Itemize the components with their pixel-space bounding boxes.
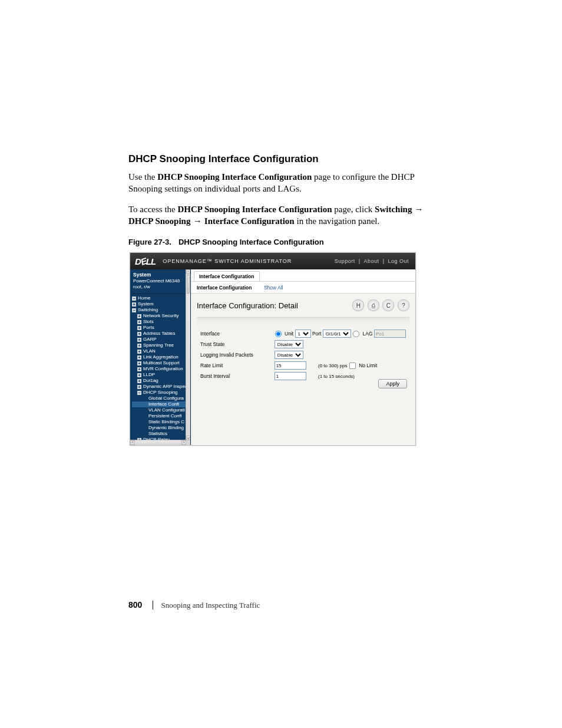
nav-item[interactable]: Persistent Confi: [132, 413, 190, 419]
nav-item-label: Ports: [143, 325, 154, 330]
show-all-link[interactable]: Show All: [264, 285, 283, 291]
paragraph-2: To access the DHCP Snooping Interface Co…: [128, 203, 434, 228]
radio-lag[interactable]: LAG: [352, 331, 372, 337]
nav-item-label: Dynamic Binding: [148, 425, 184, 430]
save-icon[interactable]: H: [352, 299, 364, 311]
nav-item-label: Link Aggregation: [143, 354, 178, 360]
nav-sidebar[interactable]: System PowerConnect M6348 root, r/w −Hom…: [130, 269, 191, 445]
expand-icon[interactable]: +: [137, 326, 141, 330]
expand-icon[interactable]: +: [137, 379, 141, 383]
burst-input[interactable]: [275, 372, 306, 380]
nav-item-label: Global Configura: [148, 396, 184, 401]
nav-item[interactable]: −Switching: [132, 307, 190, 313]
nav-item[interactable]: +Address Tables: [132, 331, 190, 337]
breadcrumb-tab[interactable]: Interface Configuration: [194, 271, 260, 281]
expand-icon[interactable]: +: [137, 314, 141, 318]
nav-item[interactable]: Static Bindings C: [132, 419, 190, 425]
expand-icon[interactable]: +: [137, 385, 141, 389]
sidebar-hscroll[interactable]: < >: [130, 440, 186, 445]
nav-item[interactable]: +Dot1ag: [132, 378, 190, 384]
apply-button[interactable]: Apply: [378, 379, 407, 388]
collapse-icon[interactable]: −: [132, 297, 136, 301]
nav-item[interactable]: +Slots: [132, 319, 190, 325]
dell-logo: DELL: [135, 256, 156, 266]
expand-icon[interactable]: +: [137, 320, 141, 324]
port-select[interactable]: Gi1/0/1: [323, 330, 351, 338]
link-logout[interactable]: Log Out: [386, 258, 411, 264]
label-burst: Burst Interval: [197, 371, 271, 381]
print-icon[interactable]: ⎙: [368, 299, 379, 311]
expand-icon[interactable]: +: [137, 361, 141, 365]
nav-item-label: MVR Configuration: [143, 366, 183, 371]
para2-c: page, click: [332, 205, 375, 214]
nav-item[interactable]: +Ports: [132, 325, 190, 331]
tree-spacer-icon: [143, 397, 147, 401]
sidebar-system[interactable]: System: [133, 272, 187, 278]
collapse-icon[interactable]: −: [137, 391, 141, 395]
nav-item[interactable]: +Dynamic ARP Inspec: [132, 384, 190, 390]
sidebar-vscroll[interactable]: ^ v: [186, 269, 190, 445]
figure-caption: Figure 27-3.DHCP Snooping Interface Conf…: [128, 238, 434, 246]
unit-label: Unit: [285, 331, 293, 337]
nav-item[interactable]: Interface Confi: [132, 401, 190, 407]
topbar-links: Support | About | Log Out: [333, 258, 411, 264]
label-interface: Interface: [197, 328, 271, 339]
no-limit-checkbox[interactable]: No Limit: [349, 363, 378, 368]
nav-item-label: Interface Confi: [148, 401, 179, 407]
nav-item[interactable]: +VLAN: [132, 348, 190, 354]
radio-unit[interactable]: Unit: [275, 331, 294, 337]
collapse-icon[interactable]: −: [132, 308, 136, 312]
expand-icon[interactable]: +: [137, 344, 141, 348]
breadcrumb-current: Interface Configuration: [197, 285, 252, 291]
burst-note: (1 to 15 seconds): [318, 374, 355, 379]
expand-icon[interactable]: +: [137, 355, 141, 360]
expand-icon[interactable]: +: [137, 332, 141, 336]
nav-item-label: Persistent Confi: [148, 413, 181, 419]
nav-item[interactable]: Global Configura: [132, 396, 190, 401]
nav-item-label: GARP: [143, 337, 157, 342]
unit-select[interactable]: 1: [295, 330, 311, 338]
expand-icon[interactable]: +: [132, 302, 136, 307]
nav-item[interactable]: +Multicast Support: [132, 360, 190, 366]
help-icon[interactable]: ?: [398, 299, 409, 311]
page-footer: 800 Snooping and Inspecting Traffic: [128, 600, 268, 610]
link-about[interactable]: About: [362, 258, 381, 264]
expand-icon[interactable]: +: [137, 350, 141, 354]
nav-item[interactable]: Statistics: [132, 431, 190, 437]
nav-item[interactable]: VLAN Configurati: [132, 407, 190, 413]
label-rate-limit: Rate Limit: [197, 360, 271, 371]
nav-item[interactable]: Dynamic Binding: [132, 425, 190, 431]
nav-item-label: Dot1ag: [143, 378, 158, 383]
nav-item[interactable]: −DHCP Snooping: [132, 390, 190, 396]
scroll-thumb[interactable]: [187, 275, 190, 294]
scroll-right-icon[interactable]: >: [181, 440, 186, 445]
nav-item[interactable]: +MVR Configuration: [132, 366, 190, 372]
scroll-up-icon[interactable]: ^: [186, 269, 190, 274]
expand-icon[interactable]: +: [137, 338, 141, 342]
expand-icon[interactable]: +: [137, 373, 141, 377]
tree-spacer-icon: [143, 432, 147, 436]
expand-icon[interactable]: +: [137, 367, 141, 371]
nav-item[interactable]: +Spanning Tree: [132, 342, 190, 348]
scroll-left-icon[interactable]: <: [130, 440, 135, 445]
trust-select[interactable]: Disable: [275, 340, 303, 348]
nav-item-label: DHCP Snooping: [143, 390, 178, 395]
tree-spacer-icon: [143, 426, 147, 430]
nav-item[interactable]: +LLDP: [132, 372, 190, 378]
nav-item[interactable]: +Link Aggregation: [132, 354, 190, 360]
refresh-icon[interactable]: C: [382, 299, 394, 311]
scroll-down-icon[interactable]: v: [186, 436, 190, 440]
link-support[interactable]: Support: [333, 258, 357, 264]
label-trust-state: Trust State: [197, 339, 271, 350]
rate-limit-input[interactable]: [275, 361, 306, 370]
nav-item[interactable]: +GARP: [132, 337, 190, 342]
logging-select[interactable]: Disable: [275, 351, 303, 359]
nav-item[interactable]: +Network Security: [132, 313, 190, 319]
sidebar-user: root, r/w: [133, 284, 187, 290]
rate-note: (0 to 300) pps: [318, 363, 347, 368]
nav-item[interactable]: −Home: [132, 295, 190, 301]
para2-b: DHCP Snooping Interface Configuration: [178, 205, 332, 214]
nav-item-label: VLAN Configurati: [148, 407, 185, 413]
nav-item[interactable]: +System: [132, 301, 190, 307]
nav-tree[interactable]: −Home+System−Switching+Network Security+…: [130, 294, 190, 443]
